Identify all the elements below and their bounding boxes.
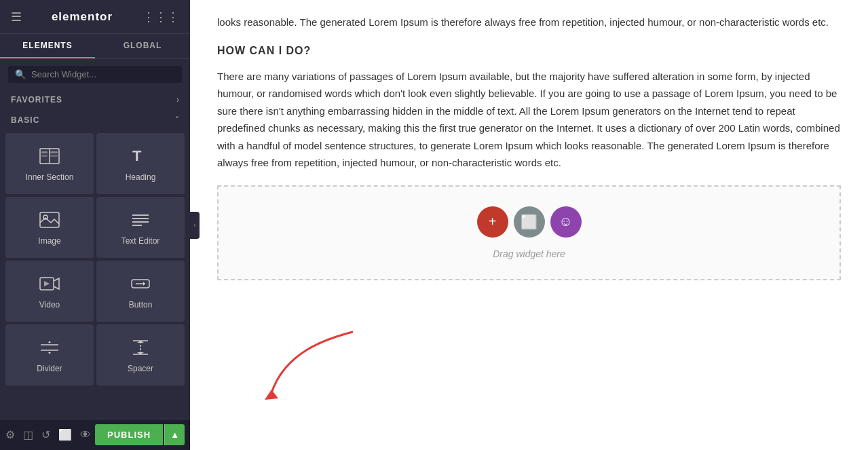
widget-inner-section[interactable]: Inner Section [5,133,94,194]
svg-marker-20 [48,352,51,354]
video-label: Video [39,300,60,310]
inner-section-icon [39,148,60,167]
heading-icon: T [131,148,150,167]
settings-icon[interactable]: ⚙ [5,428,15,441]
spacer-icon [130,339,151,358]
widget-image[interactable]: Image [5,197,94,258]
publish-button[interactable]: PUBLISH [95,424,163,445]
app-title: elementor [52,10,113,24]
paragraph-1: looks reasonable. The generated Lorem Ip… [217,14,841,31]
main-content: looks reasonable. The generated Lorem Ip… [190,0,868,450]
svg-rect-4 [41,155,48,157]
search-box: 🔍 [8,66,182,83]
widget-spacer[interactable]: Spacer [96,324,185,386]
text-editor-label: Text Editor [121,236,160,246]
spacer-label: Spacer [128,364,153,373]
tab-elements[interactable]: ELEMENTS [0,34,95,58]
heading-label: Heading [126,172,156,182]
favorites-label: FAVORITES [11,95,62,105]
content-heading: HOW CAN I DO? [217,45,841,57]
svg-marker-19 [48,341,51,343]
canvas-area: looks reasonable. The generated Lorem Ip… [190,0,868,450]
paragraph-2: There are many variations of passages of… [217,68,841,172]
search-input[interactable] [31,69,175,79]
collapse-arrow-icon: ‹ [193,221,195,229]
drop-zone-buttons: + ⬜ ☺ [477,206,582,238]
tab-global[interactable]: GLOBAL [95,34,190,58]
basic-arrow: ˅ [175,115,179,125]
tabs-row: ELEMENTS GLOBAL [0,34,190,59]
bottom-left-icons: ⚙ ◫ ↺ ⬜ 👁 [5,428,91,441]
divider-icon [39,339,60,358]
widget-video[interactable]: Video [5,261,94,322]
sidebar-header: ☰ elementor ⋮⋮⋮ [0,0,190,34]
section-button[interactable]: ⬜ [514,206,545,238]
layers-icon[interactable]: ◫ [23,428,33,441]
search-row: 🔍 [0,59,190,90]
drop-zone-label: Drag widget here [493,248,565,259]
publish-dropdown-button[interactable]: ▲ [164,424,185,445]
drop-zone: + ⬜ ☺ Drag widget here [217,185,841,280]
video-icon [39,276,60,295]
section-favorites[interactable]: FAVORITES › [0,90,190,110]
svg-rect-2 [41,151,48,153]
widget-text-editor[interactable]: Text Editor [96,197,185,258]
history-icon[interactable]: ↺ [41,428,50,441]
svg-marker-17 [143,282,145,286]
widget-button[interactable]: Button [96,261,185,322]
widgets-grid: Inner Section T Heading Image [0,130,190,388]
svg-marker-14 [44,281,50,286]
image-icon [39,212,60,231]
section-basic[interactable]: BASIC ˅ [0,110,190,130]
responsive-icon[interactable]: ⬜ [58,428,72,441]
text-editor-icon [131,212,150,231]
publish-area: PUBLISH ▲ [95,424,185,445]
menu-icon[interactable]: ☰ [11,10,22,24]
widget-divider[interactable]: Divider [5,324,94,386]
favorites-arrow: › [176,95,179,105]
inner-section-label: Inner Section [26,172,74,182]
grid-icon[interactable]: ⋮⋮⋮ [143,10,179,24]
sidebar: ☰ elementor ⋮⋮⋮ ELEMENTS GLOBAL 🔍 FAVORI… [0,0,190,450]
add-widget-button[interactable]: + [477,206,508,238]
bottom-toolbar: ⚙ ◫ ↺ ⬜ 👁 PUBLISH ▲ [0,419,190,450]
svg-rect-5 [50,155,58,157]
svg-rect-3 [50,151,58,153]
button-label: Button [129,300,153,310]
divider-label: Divider [37,364,62,373]
button-icon [130,276,151,295]
search-icon: 🔍 [15,69,26,79]
widget-heading[interactable]: T Heading [96,133,185,194]
basic-label: BASIC [11,115,39,125]
image-label: Image [38,236,60,246]
template-button[interactable]: ☺ [550,206,582,238]
collapse-tab[interactable]: ‹ [190,212,200,239]
preview-icon[interactable]: 👁 [80,429,91,441]
svg-text:T: T [132,148,142,164]
